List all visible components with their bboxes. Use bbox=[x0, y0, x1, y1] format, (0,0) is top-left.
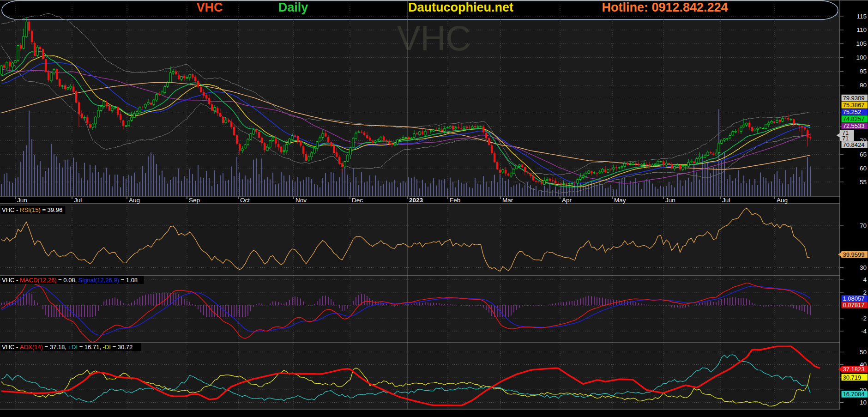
svg-text:79.9309: 79.9309 bbox=[843, 95, 865, 102]
svg-text:May: May bbox=[614, 197, 626, 204]
svg-text:Apr: Apr bbox=[562, 197, 572, 204]
svg-text:100: 100 bbox=[856, 54, 867, 61]
svg-text:Jun: Jun bbox=[17, 197, 27, 204]
svg-text:75.252: 75.252 bbox=[843, 109, 862, 115]
svg-text:70.8424: 70.8424 bbox=[843, 141, 865, 148]
svg-text:50: 50 bbox=[860, 349, 867, 356]
svg-text:Feb: Feb bbox=[450, 197, 460, 204]
svg-text:VHC - RSI(15) = 39.96: VHC - RSI(15) = 39.96 bbox=[2, 206, 62, 213]
svg-text:16.7084: 16.7084 bbox=[843, 391, 865, 398]
svg-text:4: 4 bbox=[863, 276, 867, 283]
svg-text:74.8257: 74.8257 bbox=[843, 115, 865, 122]
svg-text:60: 60 bbox=[860, 165, 867, 172]
svg-text:30: 30 bbox=[860, 264, 867, 271]
svg-text:95: 95 bbox=[860, 68, 867, 75]
svg-text:55: 55 bbox=[860, 179, 867, 186]
svg-text:Nov: Nov bbox=[295, 197, 307, 204]
svg-text:Dautucophieu.net: Dautucophieu.net bbox=[408, 0, 513, 14]
svg-text:-4: -4 bbox=[861, 328, 867, 335]
svg-text:Aug: Aug bbox=[777, 197, 788, 204]
svg-text:110: 110 bbox=[856, 26, 867, 33]
svg-text:VHC: VHC bbox=[397, 18, 471, 58]
svg-text:VHC - ADX(14) = 37.18, +DI = 1: VHC - ADX(14) = 37.18, +DI = 16.71, -DI … bbox=[2, 344, 133, 351]
svg-text:Daily: Daily bbox=[278, 0, 308, 14]
svg-text:72.5533: 72.5533 bbox=[843, 122, 865, 129]
svg-text:Aug: Aug bbox=[129, 197, 140, 204]
svg-text:30.719: 30.719 bbox=[843, 374, 862, 381]
svg-text:10: 10 bbox=[860, 399, 867, 406]
svg-text:65: 65 bbox=[860, 151, 867, 158]
svg-text:Jul: Jul bbox=[722, 197, 730, 204]
svg-text:2023: 2023 bbox=[409, 197, 423, 204]
svg-text:VHC: VHC bbox=[196, 0, 223, 14]
svg-text:-2: -2 bbox=[861, 315, 867, 322]
svg-text:37.1823: 37.1823 bbox=[843, 366, 865, 373]
svg-text:105: 105 bbox=[856, 40, 867, 47]
svg-text:0.07817: 0.07817 bbox=[843, 302, 865, 308]
svg-text:70: 70 bbox=[860, 222, 867, 229]
svg-text:Oct: Oct bbox=[240, 197, 250, 204]
svg-text:1.08057: 1.08057 bbox=[843, 295, 865, 302]
svg-text:Sep: Sep bbox=[189, 197, 200, 204]
svg-text:Jul: Jul bbox=[74, 197, 82, 204]
svg-text:75.3867: 75.3867 bbox=[843, 102, 865, 109]
svg-text:Jun: Jun bbox=[665, 197, 675, 204]
svg-text:90: 90 bbox=[860, 82, 867, 89]
svg-text:115: 115 bbox=[856, 13, 867, 20]
svg-text:Dec: Dec bbox=[352, 197, 363, 204]
svg-text:71: 71 bbox=[842, 135, 849, 142]
svg-text:VHC - MACD(12,26) = 0.08, Sign: VHC - MACD(12,26) = 0.08, Signal(12,26,9… bbox=[2, 277, 138, 284]
svg-text:Hotline: 0912.842.224: Hotline: 0912.842.224 bbox=[602, 0, 728, 14]
svg-text:39.9599: 39.9599 bbox=[843, 251, 865, 258]
svg-text:Mar: Mar bbox=[502, 197, 513, 204]
